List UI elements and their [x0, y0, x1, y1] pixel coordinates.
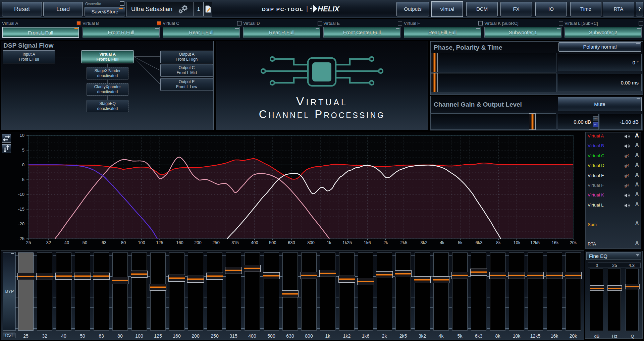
svg-text:HELIX: HELIX [318, 5, 340, 13]
